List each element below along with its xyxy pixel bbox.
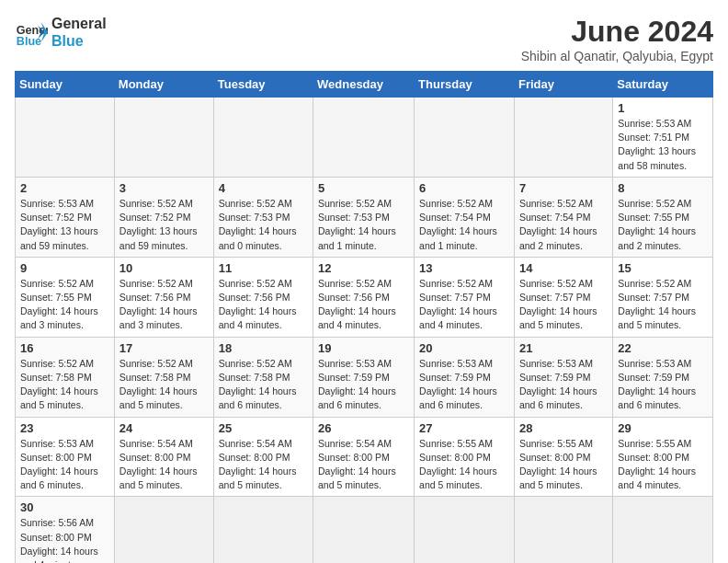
calendar-cell: 16Sunrise: 5:52 AMSunset: 7:58 PMDayligh… (16, 337, 115, 417)
day-info: Sunrise: 5:55 AMSunset: 8:00 PMDaylight:… (519, 437, 608, 493)
logo-blue-text: Blue (51, 32, 107, 50)
calendar-cell: 5Sunrise: 5:52 AMSunset: 7:53 PMDaylight… (313, 177, 415, 257)
day-info: Sunrise: 5:53 AMSunset: 7:59 PMDaylight:… (519, 357, 608, 413)
calendar-cell: 4Sunrise: 5:52 AMSunset: 7:53 PMDaylight… (213, 177, 313, 257)
calendar-cell: 6Sunrise: 5:52 AMSunset: 7:54 PMDaylight… (415, 177, 515, 257)
logo-general-text: General (51, 15, 107, 32)
calendar-week-row: 1Sunrise: 5:53 AMSunset: 7:51 PMDaylight… (16, 98, 713, 178)
logo: General Blue General Blue (15, 15, 107, 50)
day-number: 1 (618, 101, 708, 115)
calendar-cell (313, 497, 415, 563)
page-header: General Blue General Blue June 2024 Shib… (15, 15, 713, 63)
calendar-cell: 28Sunrise: 5:55 AMSunset: 8:00 PMDayligh… (514, 417, 612, 497)
day-number: 17 (119, 341, 209, 355)
day-number: 26 (318, 421, 409, 435)
calendar-cell: 21Sunrise: 5:53 AMSunset: 7:59 PMDayligh… (514, 337, 612, 417)
calendar-cell: 11Sunrise: 5:52 AMSunset: 7:56 PMDayligh… (213, 257, 313, 337)
day-number: 12 (318, 261, 409, 275)
calendar-week-row: 2Sunrise: 5:53 AMSunset: 7:52 PMDaylight… (16, 177, 713, 257)
calendar-cell: 9Sunrise: 5:52 AMSunset: 7:55 PMDaylight… (16, 257, 115, 337)
day-number: 23 (20, 421, 109, 435)
day-number: 9 (20, 261, 109, 275)
calendar-cell (514, 98, 612, 178)
calendar-week-row: 23Sunrise: 5:53 AMSunset: 8:00 PMDayligh… (16, 417, 713, 497)
calendar-cell: 24Sunrise: 5:54 AMSunset: 8:00 PMDayligh… (114, 417, 213, 497)
calendar-cell (514, 497, 612, 563)
day-number: 28 (519, 421, 608, 435)
day-info: Sunrise: 5:54 AMSunset: 8:00 PMDaylight:… (318, 437, 409, 493)
day-number: 25 (219, 421, 308, 435)
day-info: Sunrise: 5:52 AMSunset: 7:53 PMDaylight:… (219, 197, 308, 253)
day-info: Sunrise: 5:52 AMSunset: 7:56 PMDaylight:… (119, 277, 209, 333)
day-number: 27 (419, 421, 509, 435)
calendar-cell: 26Sunrise: 5:54 AMSunset: 8:00 PMDayligh… (313, 417, 415, 497)
weekday-header-monday: Monday (114, 72, 213, 98)
weekday-header-row: SundayMondayTuesdayWednesdayThursdayFrid… (16, 72, 713, 98)
weekday-header-sunday: Sunday (16, 72, 115, 98)
calendar-cell: 29Sunrise: 5:55 AMSunset: 8:00 PMDayligh… (613, 417, 713, 497)
day-number: 3 (119, 181, 209, 195)
calendar-cell (415, 497, 515, 563)
calendar-cell: 25Sunrise: 5:54 AMSunset: 8:00 PMDayligh… (213, 417, 313, 497)
calendar-week-row: 9Sunrise: 5:52 AMSunset: 7:55 PMDaylight… (16, 257, 713, 337)
svg-text:Blue: Blue (17, 36, 41, 49)
day-number: 19 (318, 341, 409, 355)
calendar-cell: 15Sunrise: 5:52 AMSunset: 7:57 PMDayligh… (613, 257, 713, 337)
day-number: 16 (20, 341, 109, 355)
day-info: Sunrise: 5:52 AMSunset: 7:57 PMDaylight:… (419, 277, 509, 333)
day-number: 2 (20, 181, 109, 195)
day-info: Sunrise: 5:56 AMSunset: 8:00 PMDaylight:… (20, 516, 109, 563)
day-info: Sunrise: 5:52 AMSunset: 7:53 PMDaylight:… (318, 197, 409, 253)
weekday-header-thursday: Thursday (415, 72, 515, 98)
day-info: Sunrise: 5:53 AMSunset: 8:00 PMDaylight:… (20, 437, 109, 493)
weekday-header-saturday: Saturday (613, 72, 713, 98)
calendar-cell (613, 497, 713, 563)
calendar-cell: 12Sunrise: 5:52 AMSunset: 7:56 PMDayligh… (313, 257, 415, 337)
calendar-cell: 13Sunrise: 5:52 AMSunset: 7:57 PMDayligh… (415, 257, 515, 337)
day-info: Sunrise: 5:53 AMSunset: 7:52 PMDaylight:… (20, 197, 109, 253)
day-info: Sunrise: 5:54 AMSunset: 8:00 PMDaylight:… (119, 437, 209, 493)
day-info: Sunrise: 5:52 AMSunset: 7:58 PMDaylight:… (20, 357, 109, 413)
day-number: 15 (618, 261, 708, 275)
day-info: Sunrise: 5:53 AMSunset: 7:59 PMDaylight:… (618, 357, 708, 413)
calendar-week-row: 16Sunrise: 5:52 AMSunset: 7:58 PMDayligh… (16, 337, 713, 417)
calendar-cell: 8Sunrise: 5:52 AMSunset: 7:55 PMDaylight… (613, 177, 713, 257)
day-info: Sunrise: 5:52 AMSunset: 7:56 PMDaylight:… (219, 277, 308, 333)
day-info: Sunrise: 5:52 AMSunset: 7:57 PMDaylight:… (519, 277, 608, 333)
calendar-cell (114, 98, 213, 178)
calendar-cell: 2Sunrise: 5:53 AMSunset: 7:52 PMDaylight… (16, 177, 115, 257)
day-number: 7 (519, 181, 608, 195)
day-number: 21 (519, 341, 608, 355)
calendar-cell: 3Sunrise: 5:52 AMSunset: 7:52 PMDaylight… (114, 177, 213, 257)
calendar-cell: 27Sunrise: 5:55 AMSunset: 8:00 PMDayligh… (415, 417, 515, 497)
day-info: Sunrise: 5:52 AMSunset: 7:56 PMDaylight:… (318, 277, 409, 333)
title-block: June 2024 Shibin al Qanatir, Qalyubia, E… (521, 15, 713, 63)
calendar-cell: 22Sunrise: 5:53 AMSunset: 7:59 PMDayligh… (613, 337, 713, 417)
day-info: Sunrise: 5:53 AMSunset: 7:51 PMDaylight:… (618, 117, 708, 173)
calendar-cell: 19Sunrise: 5:53 AMSunset: 7:59 PMDayligh… (313, 337, 415, 417)
day-number: 30 (20, 500, 109, 514)
calendar-cell (313, 98, 415, 178)
calendar-week-row: 30Sunrise: 5:56 AMSunset: 8:00 PMDayligh… (16, 497, 713, 563)
calendar-cell: 1Sunrise: 5:53 AMSunset: 7:51 PMDaylight… (613, 98, 713, 178)
day-number: 20 (419, 341, 509, 355)
day-info: Sunrise: 5:55 AMSunset: 8:00 PMDaylight:… (618, 437, 708, 493)
day-info: Sunrise: 5:52 AMSunset: 7:54 PMDaylight:… (519, 197, 608, 253)
day-info: Sunrise: 5:54 AMSunset: 8:00 PMDaylight:… (219, 437, 308, 493)
day-info: Sunrise: 5:52 AMSunset: 7:58 PMDaylight:… (119, 357, 209, 413)
day-number: 22 (618, 341, 708, 355)
logo-icon: General Blue (15, 16, 48, 49)
day-number: 11 (219, 261, 308, 275)
day-number: 18 (219, 341, 308, 355)
day-info: Sunrise: 5:55 AMSunset: 8:00 PMDaylight:… (419, 437, 509, 493)
day-number: 14 (519, 261, 608, 275)
month-title: June 2024 (521, 15, 713, 49)
day-info: Sunrise: 5:52 AMSunset: 7:55 PMDaylight:… (618, 197, 708, 253)
day-info: Sunrise: 5:52 AMSunset: 7:54 PMDaylight:… (419, 197, 509, 253)
calendar-cell: 7Sunrise: 5:52 AMSunset: 7:54 PMDaylight… (514, 177, 612, 257)
day-number: 8 (618, 181, 708, 195)
day-number: 29 (618, 421, 708, 435)
weekday-header-tuesday: Tuesday (213, 72, 313, 98)
day-info: Sunrise: 5:52 AMSunset: 7:57 PMDaylight:… (618, 277, 708, 333)
calendar-cell (16, 98, 115, 178)
